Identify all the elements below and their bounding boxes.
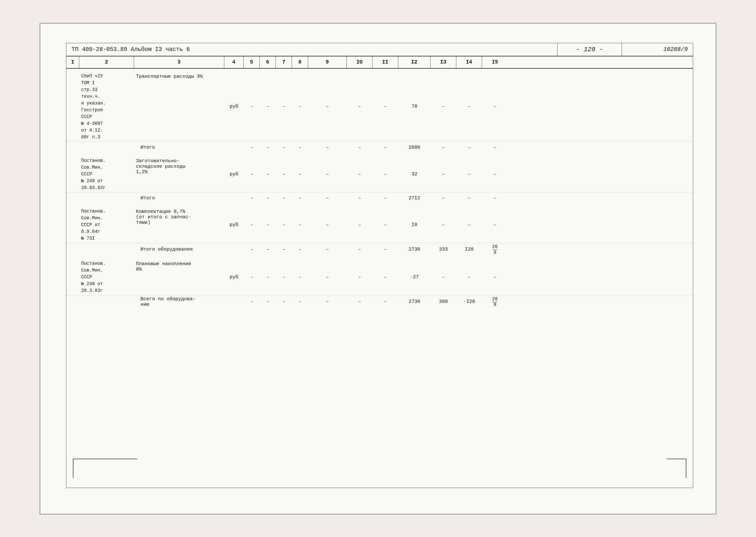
col-header-8: 8	[292, 57, 308, 68]
table-body: СНиП чIУ ТОМ I стр.33 техн.ч. и указан. …	[66, 69, 693, 314]
s1-sub-col2	[79, 142, 134, 153]
s4-unit: руб	[224, 259, 244, 295]
s1-col9: –	[308, 72, 347, 142]
section-3-main-row: Постанов. Сов.Мин. СССР от 8.9.64г № 73I…	[66, 207, 693, 243]
s1-col7: –	[276, 72, 292, 142]
s1-col14: –	[456, 72, 482, 142]
col-header-10: IO	[347, 57, 372, 68]
s1-sub-col5: –	[244, 142, 260, 153]
s1-sub-col9: –	[308, 142, 347, 153]
col-header-14: I4	[456, 57, 482, 68]
s1-source-text10: 68г п.3	[81, 134, 100, 141]
column-headers: I 2 3 4 5 6 7 8 9 IO II I2 I3 I4 I5	[66, 57, 693, 69]
col-header-13: I3	[431, 57, 456, 68]
s1-sub-col7: –	[276, 142, 292, 153]
s1-source-text8: № 4-3097	[81, 120, 103, 127]
s1-source: СНиП чIУ ТОМ I стр.33 техн.ч. и указан. …	[79, 72, 134, 142]
s2-col11: –	[372, 156, 398, 192]
s2-col15: –	[482, 156, 508, 192]
s2-col8: –	[292, 156, 308, 192]
s3-sub-col12: 2730	[398, 243, 431, 256]
s4-sub-col14: ·I28	[456, 295, 482, 308]
section-2: Постанов. Сов.Мин. СССР № 249 от 28.03.8…	[66, 156, 693, 204]
s2-col6: –	[260, 156, 276, 192]
s1-sub-col14: –	[456, 142, 482, 153]
s1-sub-col12: 2680	[398, 142, 431, 153]
s1-source-text: СНиП чIУ	[81, 73, 103, 80]
header-title: ТП 409-28-053.89 Альбом I3 часть 6	[66, 43, 557, 56]
s3-col12: I8	[398, 207, 431, 243]
s4-sub-col15: 26 9	[482, 295, 508, 308]
s3-col1	[66, 207, 79, 243]
col-header-12: I2	[398, 57, 431, 68]
s2-subtotal-label: Итого	[134, 192, 224, 204]
section-1-sub-row: Итого – – – – – – – 2680 – – –	[66, 142, 693, 153]
s4-col12: ·27	[398, 259, 431, 295]
col-header-2: 2	[79, 57, 134, 68]
s3-sub-col13: 333	[431, 243, 456, 256]
s1-sub-col13: –	[431, 142, 456, 153]
footer-corner-right	[667, 459, 686, 478]
s1-sub-col6: –	[260, 142, 276, 153]
s4-description: Плановые накопления 8%	[134, 259, 224, 295]
s1-description: Транспортные расходы 3%	[134, 72, 224, 142]
col-header-1: I	[66, 57, 79, 68]
s1-source-text5: и указан.	[81, 100, 106, 107]
section-4-sub-row: Всего по оборудова- нию – – – – – – – 27…	[66, 295, 693, 308]
s2-description: Заготовительно- складские расходы Загото…	[134, 156, 224, 192]
s1-source-text2: ТОМ I	[81, 80, 95, 86]
page: ТП 409-28-053.89 Альбом I3 часть 6 - 129…	[40, 23, 716, 515]
section-3: Постанов. Сов.Мин. СССР от 8.9.64г № 73I…	[66, 207, 693, 256]
s1-col5: –	[244, 72, 260, 142]
s3-sub-col14: I28	[456, 243, 482, 256]
s2-col9: –	[308, 156, 347, 192]
s1-col10: –	[347, 72, 372, 142]
s1-col1	[66, 72, 79, 142]
s1-col12: 78	[398, 72, 431, 142]
s2-sub-col2	[79, 192, 134, 204]
s2-col5: –	[244, 156, 260, 192]
s3-subtotal-label: Итого оборудования	[134, 243, 224, 256]
s1-col11: –	[372, 72, 398, 142]
s3-unit: руб	[224, 207, 244, 243]
s2-col10: –	[347, 156, 372, 192]
s1-source-text6: Госстроя	[81, 107, 103, 113]
s1-sub-col1	[66, 142, 79, 153]
s2-unit: руб	[224, 156, 244, 192]
section-2-main-row: Постанов. Сов.Мин. СССР № 249 от 28.03.8…	[66, 156, 693, 192]
col-header-15: I5	[482, 57, 508, 68]
s1-sub-unit	[224, 142, 244, 153]
header-doc-number: 10288/9	[622, 43, 693, 56]
s4-source: Постанов. Сов.Мин. СССР № 249 от 28.3.83…	[79, 259, 134, 295]
s2-col13: –	[431, 156, 456, 192]
s2-col14: –	[456, 156, 482, 192]
col-header-3: 3	[134, 57, 224, 68]
s1-col8: –	[292, 72, 308, 142]
s2-col7: –	[276, 156, 292, 192]
s2-sub-col1	[66, 192, 79, 204]
page-inner: ТП 409-28-053.89 Альбом I3 часть 6 - 129…	[66, 43, 693, 488]
s4-col1	[66, 259, 79, 295]
s3-sub-col15: 26 9	[482, 243, 508, 256]
col-header-9: 9	[308, 57, 347, 68]
section-3-sub-row: Итого оборудования – – – – – – – 2730 33…	[66, 243, 693, 256]
header-page-number: - 129 -	[557, 43, 622, 56]
section-4: Постанов. Сов.Мин. СССР № 249 от 28.3.83…	[66, 259, 693, 308]
s1-source-text7: СССР	[81, 113, 92, 120]
s3-source: Постанов. Сов.Мин. СССР от 8.9.64г № 73I	[79, 207, 134, 243]
s3-description: Комплектация 0,7% (от итого с запчас- тя…	[134, 207, 224, 243]
col-header-11: II	[372, 57, 398, 68]
col-header-4: 4	[224, 57, 244, 68]
s1-source-text9: от 4.12.	[81, 127, 103, 134]
s1-col15: –	[482, 72, 508, 142]
s1-subtotal-label: Итого	[134, 142, 224, 153]
section-4-main-row: Постанов. Сов.Мин. СССР № 249 от 28.3.83…	[66, 259, 693, 295]
col-header-5: 5	[244, 57, 260, 68]
s1-sub-col15: –	[482, 142, 508, 153]
s4-sub-col13: 360	[431, 295, 456, 308]
s4-subtotal-label: Всего по оборудова- нию	[134, 295, 224, 308]
s1-sub-col11: –	[372, 142, 398, 153]
s1-desc-text: Транспортные расходы 3%	[136, 74, 203, 79]
s1-unit: руб	[224, 72, 244, 142]
s1-source-text3: стр.33	[81, 86, 97, 93]
